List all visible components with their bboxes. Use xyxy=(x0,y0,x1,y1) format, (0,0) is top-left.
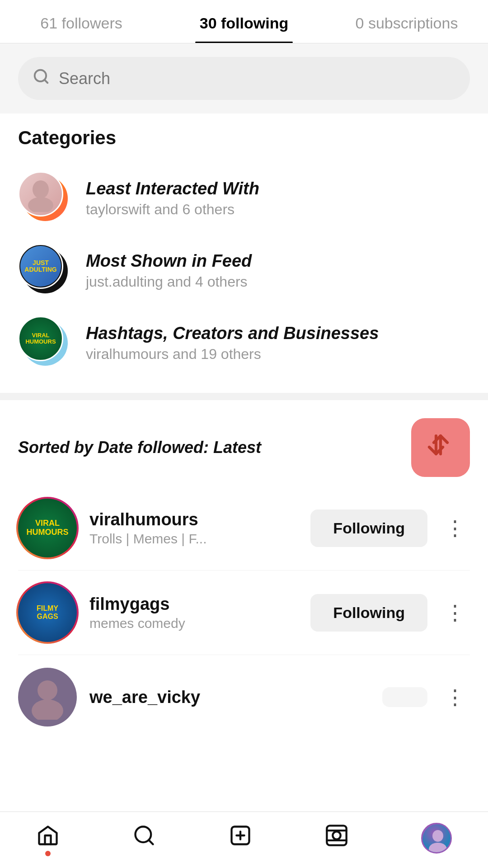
following-desc-filmygags: memes comedy xyxy=(89,616,298,631)
following-info-viralhumours: viralhumours Trolls | Memes | F... xyxy=(89,510,298,547)
avatar-wearevicky[interactable] xyxy=(18,668,77,726)
following-button-viralhumours[interactable]: Following xyxy=(310,509,427,547)
nav-profile[interactable] xyxy=(421,823,452,854)
more-menu-viralhumours[interactable]: ⋮ xyxy=(440,516,470,540)
category-sub-most: just.adulting and 4 others xyxy=(86,274,470,290)
category-avatar-least xyxy=(18,171,72,226)
category-avatar-hashtags: VIRALHUMOURS xyxy=(18,316,72,370)
search-nav-icon xyxy=(132,824,156,853)
svg-point-3 xyxy=(28,197,53,212)
category-item-most-shown[interactable]: JUSTADULTING Most Shown in Feed just.adu… xyxy=(18,235,470,307)
sort-button[interactable] xyxy=(411,418,470,477)
following-info-filmygags: filmygags memes comedy xyxy=(89,594,298,631)
reels-icon xyxy=(325,824,348,853)
category-name-least: Least Interacted With xyxy=(86,179,470,198)
avatar-filmygags[interactable]: FILMYGAGS xyxy=(18,583,77,642)
following-username-wearevicky: we_are_vicky xyxy=(89,688,370,707)
svg-point-18 xyxy=(432,830,443,842)
category-sub-hashtags: viralhumours and 19 others xyxy=(86,346,470,363)
more-menu-wearevicky[interactable]: ⋮ xyxy=(440,685,470,709)
create-icon xyxy=(229,824,252,853)
following-username-viralhumours: viralhumours xyxy=(89,510,298,529)
following-item-filmygags: FILMYGAGS filmygags memes comedy Followi… xyxy=(18,571,470,655)
category-item-least-interacted[interactable]: Least Interacted With taylorswift and 6 … xyxy=(18,162,470,235)
nav-search[interactable] xyxy=(132,824,156,853)
tab-subscriptions[interactable]: 0 subscriptions xyxy=(325,0,488,43)
svg-point-6 xyxy=(38,680,57,700)
tab-following[interactable]: 30 following xyxy=(163,0,325,43)
svg-point-14 xyxy=(333,831,340,839)
category-name-hashtags: Hashtags, Creators and Businesses xyxy=(86,324,470,343)
category-sub-least: taylorswift and 6 others xyxy=(86,201,470,218)
following-item-viralhumours: VIRALHUMOURS viralhumours Trolls | Memes… xyxy=(18,486,470,571)
following-desc-viralhumours: Trolls | Memes | F... xyxy=(89,531,298,547)
svg-line-9 xyxy=(149,840,153,844)
categories-section: Categories Least Interacted With taylors… xyxy=(0,113,488,393)
sort-label: Sorted by Date followed: Latest xyxy=(18,438,261,457)
search-container xyxy=(0,43,488,113)
category-info-hashtags: Hashtags, Creators and Businesses viralh… xyxy=(86,324,470,363)
category-avatar-most: JUSTADULTING xyxy=(18,244,72,298)
tab-bar: 61 followers 30 following 0 subscription… xyxy=(0,0,488,43)
sort-section: Sorted by Date followed: Latest xyxy=(0,400,488,486)
following-button-filmygags[interactable]: Following xyxy=(310,594,427,632)
section-divider xyxy=(0,393,488,400)
following-username-filmygags: filmygags xyxy=(89,594,298,614)
following-item-wearevicky: we_are_vicky ⋮ xyxy=(18,655,470,763)
tab-followers[interactable]: 61 followers xyxy=(0,0,163,43)
profile-avatar-icon xyxy=(421,823,452,854)
svg-rect-13 xyxy=(327,826,346,845)
avatar-viralhumours[interactable]: VIRALHUMOURS xyxy=(18,499,77,557)
home-icon xyxy=(36,824,60,853)
svg-line-1 xyxy=(44,80,47,83)
home-notification-dot xyxy=(45,851,51,856)
following-button-wearevicky[interactable] xyxy=(382,687,427,707)
following-info-wearevicky: we_are_vicky xyxy=(89,688,370,707)
search-icon xyxy=(33,68,50,89)
category-name-most: Most Shown in Feed xyxy=(86,251,470,271)
svg-point-2 xyxy=(33,180,49,198)
category-info-most: Most Shown in Feed just.adulting and 4 o… xyxy=(86,251,470,290)
nav-reels[interactable] xyxy=(325,824,348,853)
search-bar xyxy=(18,57,470,100)
categories-title: Categories xyxy=(18,127,470,149)
bottom-nav xyxy=(0,811,488,868)
category-info-least: Least Interacted With taylorswift and 6 … xyxy=(86,179,470,218)
nav-home[interactable] xyxy=(36,824,60,853)
following-list: VIRALHUMOURS viralhumours Trolls | Memes… xyxy=(0,486,488,763)
more-menu-filmygags[interactable]: ⋮ xyxy=(440,600,470,625)
svg-point-7 xyxy=(32,699,63,720)
category-item-hashtags[interactable]: VIRALHUMOURS Hashtags, Creators and Busi… xyxy=(18,307,470,379)
nav-create[interactable] xyxy=(229,824,252,853)
search-input[interactable] xyxy=(59,69,455,88)
sort-icon xyxy=(427,431,454,464)
